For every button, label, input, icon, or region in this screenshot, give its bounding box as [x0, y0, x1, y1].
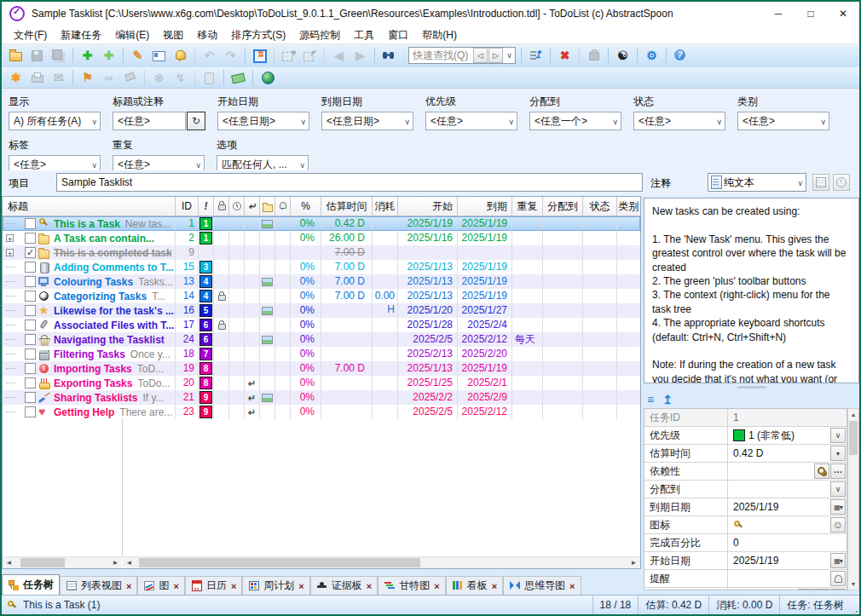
- col-reminder[interactable]: [275, 197, 291, 216]
- task-checkbox[interactable]: [25, 363, 36, 374]
- task-checkbox[interactable]: [25, 233, 36, 244]
- title-filter-refresh-button[interactable]: ↻: [187, 112, 205, 130]
- comments-panel[interactable]: New tasks can be created using: 1. The '…: [644, 198, 859, 383]
- col-spent[interactable]: 消耗: [373, 197, 398, 216]
- task-checkbox[interactable]: [25, 247, 36, 258]
- cleanup-button[interactable]: [120, 68, 140, 87]
- attribute-button[interactable]: [830, 517, 846, 533]
- attribute-value[interactable]: 0.42 D: [733, 447, 829, 459]
- task-checkbox[interactable]: [25, 377, 36, 389]
- col-priority[interactable]: [199, 197, 214, 216]
- scroll-thumb[interactable]: [849, 421, 858, 455]
- attr-assigned-to[interactable]: 分配到: [644, 481, 847, 498]
- tree-split-divider[interactable]: [122, 418, 123, 556]
- next-task-button[interactable]: ▶: [350, 46, 370, 65]
- attribute-value[interactable]: 0: [733, 537, 846, 549]
- attribute-value[interactable]: 1: [733, 412, 846, 423]
- minimize-button[interactable]: ─: [762, 2, 795, 26]
- toggle-status-button[interactable]: ⊗: [149, 68, 169, 87]
- maximize-view-button[interactable]: [250, 46, 269, 65]
- attribute-button[interactable]: [830, 589, 846, 590]
- tab-task-tree[interactable]: 任务树: [2, 574, 60, 595]
- comments-date-insert-button[interactable]: [812, 174, 829, 191]
- task-row[interactable]: A Task can contain... 2 1 0% 26.00 D 202…: [3, 231, 640, 245]
- attribute-value[interactable]: 2025/1/19: [733, 555, 829, 567]
- previous-task-button[interactable]: ◀: [329, 46, 349, 65]
- attr-icon[interactable]: 图标: [644, 516, 847, 534]
- find-previous-button[interactable]: ◁: [473, 48, 488, 63]
- tab-gantt[interactable]: 甘特图 ×: [378, 576, 445, 595]
- help-button[interactable]: [671, 46, 691, 65]
- save-tasklist-button[interactable]: [27, 46, 47, 65]
- filter-due-date[interactable]: <任意日期>: [321, 112, 413, 130]
- find-next-button[interactable]: ▷: [488, 48, 503, 63]
- quick-find-box[interactable]: 快速查找(Q) ◁ ▷ ∨: [408, 47, 516, 64]
- attr-reminder[interactable]: 提醒: [644, 570, 847, 588]
- col-start[interactable]: 开始: [398, 197, 458, 216]
- attr-due-date[interactable]: 到期日期 2025/1/19: [644, 498, 847, 516]
- scroll-left-arrow[interactable]: ◄: [3, 557, 15, 568]
- new-task-button[interactable]: ✚: [78, 46, 97, 65]
- attribute-button[interactable]: [830, 499, 846, 515]
- resize-grip[interactable]: [851, 596, 859, 614]
- scroll-left-arrow[interactable]: ◄: [123, 557, 136, 568]
- filter-status[interactable]: <任意>: [633, 112, 725, 130]
- tree-horizontal-scrollbar[interactable]: ◄►: [3, 556, 122, 568]
- attribute-button[interactable]: [830, 481, 846, 497]
- filter-category[interactable]: <任意>: [737, 112, 829, 130]
- col-id[interactable]: ID: [176, 197, 199, 216]
- close-tab-button[interactable]: ×: [173, 581, 178, 591]
- tab-list-view[interactable]: 列表视图 ×: [60, 576, 137, 595]
- col-dependency[interactable]: [245, 197, 260, 216]
- comments-format-select[interactable]: 纯文本: [708, 173, 806, 192]
- task-checkbox[interactable]: [25, 392, 36, 403]
- attribute-value[interactable]: 2025/1/19: [733, 501, 829, 513]
- task-row[interactable]: Adding Comments to T... 15 3 0% 7.00 D 2…: [3, 260, 640, 274]
- tab-calendar[interactable]: 日历 ×: [185, 576, 242, 595]
- task-row[interactable]: Navigating the Tasklist 24 6 0% 2025/2/5…: [3, 332, 640, 347]
- undo-button[interactable]: ↶: [199, 46, 219, 65]
- move-task-out-button[interactable]: [279, 46, 298, 65]
- email-tasks-button[interactable]: ✉: [49, 68, 68, 87]
- tab-evidence-board[interactable]: 证据板 ×: [310, 576, 378, 595]
- password-protect-button[interactable]: [584, 46, 604, 65]
- task-checkbox[interactable]: [25, 305, 36, 316]
- filter-start-date[interactable]: <任意日期>: [217, 112, 309, 130]
- attributes-scrollbar[interactable]: ▲ ▼: [847, 408, 859, 590]
- col-estimated-time[interactable]: 估算时间: [321, 197, 373, 216]
- link-tasks-button[interactable]: ∞: [99, 68, 118, 87]
- new-subtask-button[interactable]: ✚: [99, 46, 118, 65]
- attribute-button[interactable]: [814, 589, 829, 590]
- scroll-down-arrow[interactable]: ▼: [851, 579, 857, 590]
- col-recurrence[interactable]: 重复: [512, 197, 543, 216]
- close-tab-button[interactable]: ×: [298, 581, 303, 591]
- save-all-button[interactable]: [49, 46, 68, 65]
- project-input[interactable]: Sample Tasklist: [56, 173, 643, 192]
- close-tab-button[interactable]: ×: [434, 581, 439, 591]
- expand-toggle[interactable]: [6, 249, 14, 256]
- task-attributes-button[interactable]: [149, 46, 169, 65]
- task-checkbox[interactable]: [25, 218, 36, 229]
- task-row[interactable]: Filtering Tasks Once y... 18 7 0% 2025/2…: [3, 347, 640, 361]
- close-tab-button[interactable]: ×: [367, 581, 372, 591]
- col-status[interactable]: 状态: [583, 197, 617, 216]
- flag-task-button[interactable]: ⚑: [78, 68, 97, 87]
- redo-button[interactable]: ↷: [221, 46, 240, 65]
- col-assigned-to[interactable]: 分配到: [543, 197, 583, 216]
- menu-edit[interactable]: 编辑(E): [108, 26, 156, 44]
- col-lock[interactable]: [214, 197, 229, 216]
- quick-find-input[interactable]: 快速查找(Q): [409, 49, 473, 63]
- reminder-button[interactable]: [170, 46, 190, 65]
- filter-assigned-to[interactable]: <任意一个>: [529, 112, 621, 130]
- scroll-right-arrow[interactable]: ►: [109, 557, 122, 568]
- attribute-button[interactable]: [830, 446, 846, 461]
- attribute-button[interactable]: [814, 463, 829, 479]
- scroll-up-arrow[interactable]: ▲: [851, 409, 857, 420]
- attribute-button[interactable]: [830, 553, 846, 568]
- attr-file-link[interactable]: 文件链接 doors.ir: [644, 588, 847, 590]
- attribute-button[interactable]: [830, 463, 846, 479]
- task-checkbox[interactable]: [25, 262, 36, 273]
- theme-toggle-button[interactable]: ☯: [613, 46, 633, 65]
- task-row[interactable]: Colouring Tasks Tasks... 13 4 0% 7.00 D …: [3, 274, 640, 289]
- close-tab-button[interactable]: ×: [126, 581, 131, 591]
